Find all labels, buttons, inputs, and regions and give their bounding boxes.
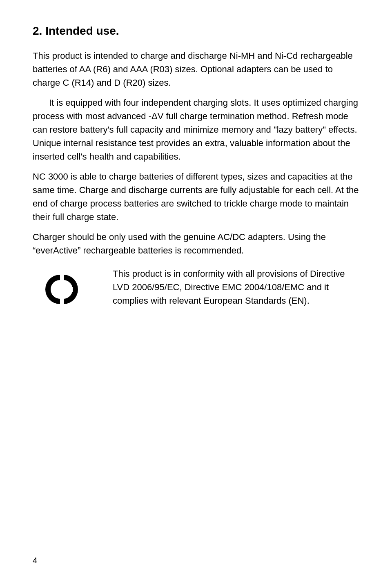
ce-logo-icon [35,269,96,310]
paragraph-4: Charger should be only used with the gen… [33,230,359,257]
page-number: 4 [33,556,37,565]
bottom-section: This product is in conformity with all p… [33,267,359,312]
paragraph-3: NC 3000 is able to charge batteries of d… [33,170,359,224]
paragraph-2: It is equipped with four independent cha… [33,96,359,163]
ce-compliance-text: This product is in conformity with all p… [113,267,359,307]
page: 2. Intended use. This product is intende… [0,0,392,580]
paragraph-1: This product is intended to charge and d… [33,49,359,89]
svg-rect-0 [64,287,73,292]
section-title: 2. Intended use. [33,24,359,38]
ce-mark [33,267,98,312]
